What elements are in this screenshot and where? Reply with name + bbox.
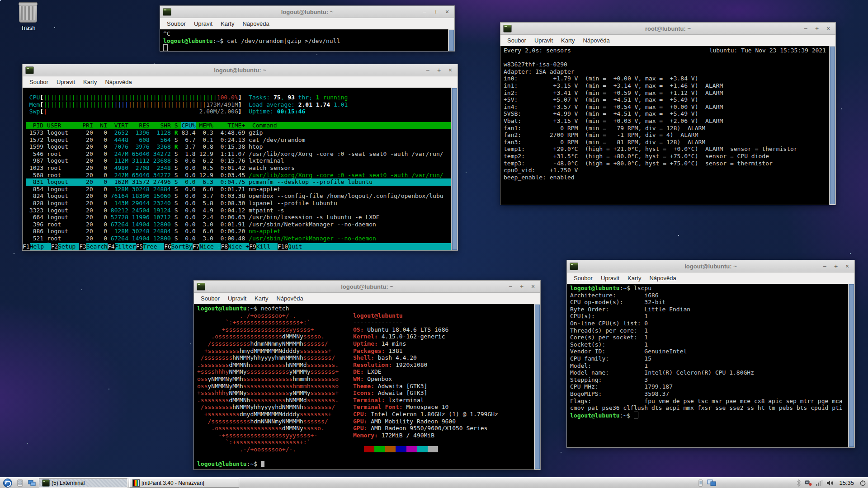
process-row[interactable]: 3323 logout 20 0 80212 24504 19124 S 0.0…	[26, 207, 452, 214]
menu-item-upravit[interactable]: Upravit	[191, 19, 216, 28]
menu-item-karty[interactable]: Karty	[624, 274, 644, 282]
connections-tray-icon[interactable]	[805, 480, 812, 486]
menu-item-karty[interactable]: Karty	[251, 294, 271, 303]
menu-item-upravit[interactable]: Upravit	[531, 36, 556, 45]
maximize-button[interactable]: +	[832, 261, 840, 272]
process-row[interactable]: 1572 logout 20 0 4448 608 564 S 6.7 0.1 …	[26, 136, 452, 144]
close-button[interactable]: ×	[529, 281, 537, 292]
titlebar[interactable]: logout@lubuntu: ~−+×	[567, 260, 854, 272]
menu-item-nápověda[interactable]: Nápověda	[273, 294, 306, 303]
process-row[interactable]: 824 logout 20 0 76164 18396 15060 S 0.0 …	[26, 192, 452, 200]
titlebar[interactable]: logout@lubuntu: ~−+×	[194, 281, 540, 293]
scrollbar[interactable]	[451, 88, 458, 250]
process-row[interactable]: 396 root 20 0 67264 14904 12800 S 0.0 3.…	[26, 221, 452, 228]
clock[interactable]: 15:35	[839, 479, 854, 486]
task-button-lxterminal[interactable]: (5) Lxterminal	[39, 479, 127, 488]
bluetooth-tray-icon[interactable]	[797, 479, 801, 487]
start-menu-button[interactable]	[3, 478, 13, 488]
menu-item-karty[interactable]: Karty	[558, 36, 578, 45]
fkey-action[interactable]: Kill	[256, 243, 278, 250]
scrollbar[interactable]	[448, 29, 454, 51]
maximize-button[interactable]: +	[813, 23, 821, 34]
volume-tray-icon[interactable]	[826, 480, 834, 486]
network-monitor-tray-icon[interactable]	[707, 479, 716, 487]
process-row[interactable]: 828 logout 20 0 143M 29044 23240 S 0.0 5…	[26, 200, 452, 207]
close-button[interactable]: ×	[825, 23, 832, 34]
fkey-action[interactable]: Setup	[58, 243, 79, 250]
menu-item-soubor[interactable]: Soubor	[504, 36, 529, 45]
menu-item-soubor[interactable]: Soubor	[164, 19, 189, 28]
scrollbar-thumb[interactable]	[449, 30, 454, 51]
terminal-content[interactable]: Every 2,0s: sensorslubuntu: Tue Nov 23 1…	[500, 46, 830, 205]
terminal-content[interactable]: logout@lubuntu:~$ neofetch .-/+oossssoo+…	[194, 304, 534, 469]
scrollbar-thumb[interactable]	[535, 305, 540, 469]
fkey-label[interactable]: F6	[164, 243, 171, 250]
menu-item-nápověda[interactable]: Nápověda	[102, 78, 135, 86]
scrollbar[interactable]	[829, 46, 835, 205]
process-table-header[interactable]: PID USER PRI NI VIRT RES SHR S CPU% MEM%…	[26, 122, 452, 129]
process-row[interactable]: 831 logout 20 0 162M 31572 27496 S 0.0 6…	[26, 178, 452, 186]
maximize-button[interactable]: +	[518, 281, 525, 292]
fkey-label[interactable]: F5	[136, 243, 143, 250]
function-key-bar[interactable]: F1Help F2Setup F3SearchF4FilterF5Tree F6…	[23, 243, 452, 250]
titlebar[interactable]: logout@lubuntu: ~−+×	[23, 64, 458, 76]
process-row[interactable]: 1573 logout 20 0 2652 1396 1128 R 83.4 0…	[26, 129, 452, 136]
fkey-action[interactable]: Filter	[115, 243, 136, 250]
terminal-content[interactable]: CPU[||||||||||||||||||||||||||||||||||||…	[23, 88, 452, 250]
fkey-action[interactable]: SortBy	[171, 243, 193, 250]
scrollbar-thumb[interactable]	[452, 88, 457, 250]
menu-item-nápověda[interactable]: Nápověda	[646, 274, 679, 282]
titlebar[interactable]: logout@lubuntu: ~−+×	[160, 6, 454, 18]
menu-item-upravit[interactable]: Upravit	[598, 274, 623, 282]
menu-item-nápověda[interactable]: Nápověda	[239, 19, 272, 28]
process-row[interactable]: 987 logout 20 0 112M 31112 23688 S 0.6 6…	[26, 157, 452, 164]
process-row[interactable]: 1599 logout 20 0 7076 3976 3368 R 3.7 0.…	[26, 143, 452, 150]
scrollbar-thumb[interactable]	[849, 284, 854, 447]
menu-item-soubor[interactable]: Soubor	[26, 78, 52, 86]
minimize-button[interactable]: −	[421, 6, 428, 17]
fkey-label[interactable]: F2	[51, 243, 58, 250]
signal-strength-tray-icon[interactable]	[816, 480, 823, 486]
fkey-label[interactable]: F3	[79, 243, 86, 250]
scrollbar[interactable]	[534, 304, 540, 469]
menu-item-soubor[interactable]: Soubor	[198, 294, 223, 303]
terminal-content[interactable]: logout@lubuntu:~$ lscpuArchitecture: i68…	[567, 284, 849, 447]
process-row[interactable]: 886 logout 20 0 128M 30248 24884 S 0.0 6…	[26, 228, 452, 235]
fkey-action[interactable]: Search	[86, 243, 108, 250]
fkey-label[interactable]: F4	[108, 243, 115, 250]
maximize-button[interactable]: +	[435, 65, 443, 75]
file-manager-launcher-icon[interactable]	[16, 479, 25, 488]
menu-item-soubor[interactable]: Soubor	[571, 274, 596, 282]
fkey-label[interactable]: F9	[249, 243, 256, 250]
fkey-action[interactable]: Tree	[143, 243, 164, 250]
minimize-button[interactable]: −	[821, 261, 828, 272]
minimize-button[interactable]: −	[507, 281, 514, 292]
fkey-label[interactable]: F7	[193, 243, 200, 250]
fkey-action[interactable]: Quit	[288, 243, 302, 250]
process-row[interactable]: 521 root 20 0 67264 14904 12800 S 0.0 3.…	[26, 235, 452, 242]
process-row[interactable]: 664 logout 20 0 52728 11996 10712 S 0.0 …	[26, 214, 452, 221]
close-button[interactable]: ×	[844, 261, 851, 272]
desktop-pager-icon[interactable]	[28, 479, 37, 488]
fkey-action[interactable]: Help	[30, 243, 51, 250]
fkey-label[interactable]: F8	[221, 243, 228, 250]
minimize-button[interactable]: −	[802, 23, 809, 34]
task-button-mtpaint[interactable]: [mtPaint 3.40 - Nenazvan]	[129, 479, 239, 488]
fkey-label[interactable]: F1	[23, 243, 30, 250]
close-button[interactable]: ×	[447, 65, 454, 75]
minimize-button[interactable]: −	[424, 65, 431, 75]
shutdown-button[interactable]	[859, 479, 866, 486]
trash-desktop-icon[interactable]: Trash	[14, 4, 42, 31]
fkey-action[interactable]: Nice +	[228, 243, 249, 250]
terminal-content[interactable]: ^Clogout@lubuntu:~$ cat /dev/urandom|gzi…	[160, 29, 448, 51]
trash-icon[interactable]	[19, 4, 37, 23]
maximize-button[interactable]: +	[432, 6, 439, 17]
process-row[interactable]: 854 logout 20 0 128M 30248 24884 S 0.0 6…	[26, 186, 452, 193]
menu-item-nápověda[interactable]: Nápověda	[580, 36, 613, 45]
close-button[interactable]: ×	[443, 6, 451, 17]
scrollbar-thumb[interactable]	[830, 47, 835, 204]
scrollbar[interactable]	[848, 284, 854, 447]
menu-item-upravit[interactable]: Upravit	[225, 294, 250, 303]
process-row[interactable]: 1023 root 20 0 4980 2708 2348 S 0.0 0.5 …	[26, 164, 452, 172]
fkey-action[interactable]: Nice -	[199, 243, 221, 250]
